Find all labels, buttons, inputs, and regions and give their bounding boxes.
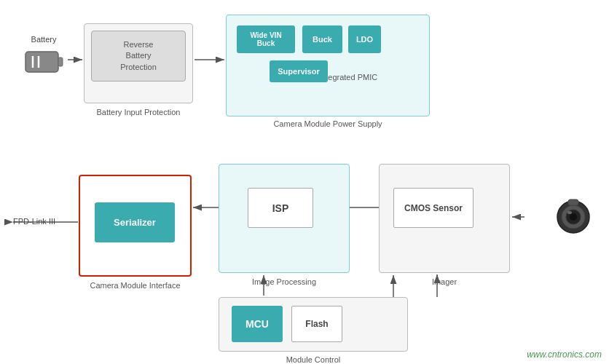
watermark: www.cntronics.com: [527, 349, 602, 360]
imager-label: Imager: [379, 277, 510, 286]
module-control-label: Module Control: [219, 355, 408, 364]
chip-flash: Flash: [291, 306, 342, 342]
svg-point-18: [570, 213, 577, 221]
battery-protection-label: Battery Input Protection: [84, 108, 193, 116]
chip-supervisor: Supervisor: [270, 60, 328, 82]
chip-mcu: MCU: [232, 306, 283, 342]
chip-cmos-sensor: CMOS Sensor: [393, 188, 474, 228]
svg-point-19: [567, 211, 572, 214]
chip-buck: Buck: [302, 25, 342, 53]
battery-protection-text: Reverse Battery Protection: [120, 39, 157, 73]
fpd-link-label: FPD-Link III: [13, 217, 55, 226]
battery-label: Battery: [22, 35, 66, 44]
svg-rect-11: [25, 52, 58, 72]
chip-isp: ISP: [248, 188, 313, 228]
chip-wide-vin-buck: Wide VIN Buck: [237, 25, 295, 53]
svg-rect-20: [568, 199, 578, 205]
chip-ldo: LDO: [348, 25, 381, 53]
chip-serializer: Serializer: [95, 202, 175, 242]
camera-lens-icon: [555, 197, 592, 237]
image-processing-label: Image Processing: [219, 277, 350, 286]
pmic-inner-label: Discrete or Integrated PMIC: [229, 73, 426, 82]
battery-protection-inner: Reverse Battery Protection: [91, 31, 186, 82]
battery-icon: [22, 44, 66, 80]
power-supply-label: Camera Module Power Supply: [226, 119, 430, 128]
svg-rect-12: [58, 58, 63, 66]
diagram: Battery Reverse Battery Protection Batte…: [0, 0, 609, 364]
cam-interface-label: Camera Module Interface: [79, 281, 192, 290]
